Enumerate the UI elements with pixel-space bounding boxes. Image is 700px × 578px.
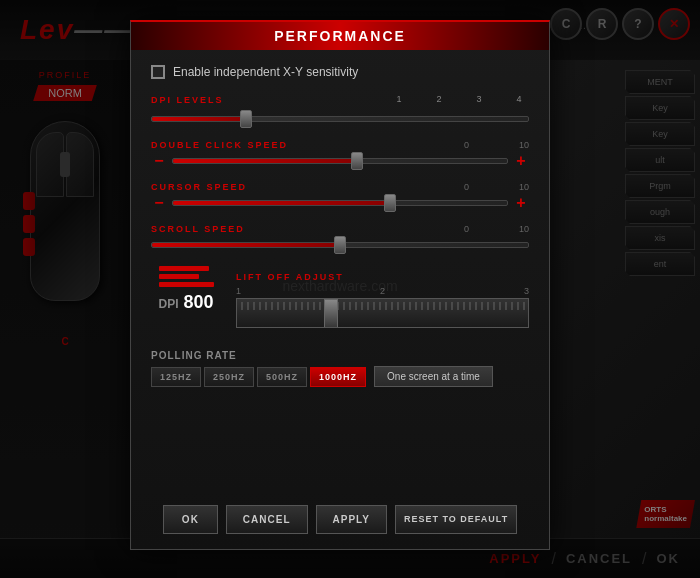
dpi-display-area: DPI 800 xyxy=(151,266,221,313)
loa-mark-2: 2 xyxy=(380,286,385,296)
svg-rect-1 xyxy=(237,299,528,327)
lift-off-section: LIFT OFF ADJUST 1 2 3 xyxy=(236,266,529,328)
ss-slider-track[interactable] xyxy=(151,242,529,248)
dpi-bar-1 xyxy=(159,266,209,271)
loa-mark-3: 3 xyxy=(524,286,529,296)
ss-slider-thumb[interactable] xyxy=(334,236,346,254)
dpi-text-label: DPI xyxy=(158,297,178,311)
performance-dialog: Performance Enable independent X-Y sensi… xyxy=(130,20,550,550)
xy-sensitivity-label: Enable independent X-Y sensitivity xyxy=(173,65,358,79)
dpi-tick-2: 2 xyxy=(429,94,449,104)
ruler-ticks xyxy=(237,299,528,327)
dcs-slider-fill xyxy=(173,159,357,163)
double-click-speed-section: DOUBLE CLICK SPEED 0 10 − + xyxy=(151,140,529,170)
ss-slider-fill xyxy=(152,243,340,247)
polling-buttons: 125HZ 250HZ 500HZ 1000HZ One screen at a… xyxy=(151,366,529,387)
cs-slider-flex xyxy=(172,194,508,212)
dialog-title-bar: Performance xyxy=(131,22,549,50)
polling-rate-label: POLLING RATE xyxy=(151,350,529,361)
xy-sensitivity-checkbox[interactable] xyxy=(151,65,165,79)
cs-slider-track[interactable] xyxy=(172,200,508,206)
dpi-liftoff-row: DPI 800 LIFT OFF ADJUST 1 2 3 xyxy=(151,266,529,340)
lift-off-title: LIFT OFF ADJUST xyxy=(236,272,344,282)
dpi-bar-2 xyxy=(159,274,199,279)
polling-500hz-btn[interactable]: 500HZ xyxy=(257,367,307,387)
dcs-plus-btn[interactable]: + xyxy=(513,153,529,169)
dcs-slider-track[interactable] xyxy=(172,158,508,164)
ruler-svg xyxy=(237,299,528,327)
cursor-speed-controls: − + xyxy=(151,194,529,212)
checkbox-row: Enable independent X-Y sensitivity xyxy=(151,65,529,79)
dpi-bar-3 xyxy=(159,282,214,287)
reset-to-default-button[interactable]: RESET TO DEFAULT xyxy=(395,505,517,534)
polling-125hz-btn[interactable]: 125HZ xyxy=(151,367,201,387)
dpi-slider-track[interactable] xyxy=(151,116,529,122)
polling-1000hz-btn[interactable]: 1000HZ xyxy=(310,367,366,387)
dpi-tick-4: 4 xyxy=(509,94,529,104)
cs-min: 0 xyxy=(464,182,469,192)
ss-max: 10 xyxy=(519,224,529,234)
dpi-tick-numbers: 1 2 3 4 xyxy=(389,94,529,104)
dpi-tick-1: 1 xyxy=(389,94,409,104)
dcs-max: 10 xyxy=(519,140,529,150)
double-click-title: DOUBLE CLICK SPEED xyxy=(151,140,288,150)
double-click-controls: − + xyxy=(151,152,529,170)
cs-minus-btn[interactable]: − xyxy=(151,195,167,211)
dpi-value-display: DPI 800 xyxy=(158,292,213,313)
dcs-slider-thumb[interactable] xyxy=(351,152,363,170)
one-screen-btn[interactable]: One screen at a time xyxy=(374,366,493,387)
dpi-levels-section: DPI LEVELS 1 2 3 4 xyxy=(151,94,529,128)
dpi-levels-header: DPI LEVELS 1 2 3 4 xyxy=(151,94,529,106)
ruler-thumb[interactable] xyxy=(324,299,338,328)
cs-max: 10 xyxy=(519,182,529,192)
ok-button[interactable]: OK xyxy=(163,505,218,534)
dpi-bars xyxy=(159,266,214,287)
dcs-min: 0 xyxy=(464,140,469,150)
dialog-action-buttons: OK CANCEL APPLY RESET TO DEFAULT xyxy=(131,505,549,534)
scroll-speed-section: SCROLL SPEED 0 10 xyxy=(151,224,529,254)
polling-rate-section: POLLING RATE 125HZ 250HZ 500HZ 1000HZ On… xyxy=(151,350,529,387)
dialog-title: Performance xyxy=(274,28,406,44)
dpi-slider-track-container xyxy=(151,110,529,128)
cs-slider-thumb[interactable] xyxy=(384,194,396,212)
cancel-button[interactable]: CANCEL xyxy=(226,505,308,534)
cs-plus-btn[interactable]: + xyxy=(513,195,529,211)
dpi-levels-title: DPI LEVELS xyxy=(151,95,224,105)
dpi-number: 800 xyxy=(183,292,213,313)
cursor-speed-section: CURSOR SPEED 0 10 − + xyxy=(151,182,529,212)
dpi-slider-fill xyxy=(152,117,246,121)
polling-250hz-btn[interactable]: 250HZ xyxy=(204,367,254,387)
cursor-speed-title: CURSOR SPEED xyxy=(151,182,247,192)
loa-mark-1: 1 xyxy=(236,286,241,296)
ss-min: 0 xyxy=(464,224,469,234)
dpi-slider-thumb[interactable] xyxy=(240,110,252,128)
dcs-slider-flex xyxy=(172,152,508,170)
scroll-speed-track-container xyxy=(151,236,529,254)
ruler-ticks-container xyxy=(237,299,528,327)
dcs-minus-btn[interactable]: − xyxy=(151,153,167,169)
scroll-speed-title: SCROLL SPEED xyxy=(151,224,245,234)
cs-slider-fill xyxy=(173,201,390,205)
dpi-tick-3: 3 xyxy=(469,94,489,104)
dialog-content: Enable independent X-Y sensitivity DPI L… xyxy=(131,50,549,417)
ruler-track[interactable] xyxy=(236,298,529,328)
apply-button[interactable]: APPLY xyxy=(316,505,387,534)
